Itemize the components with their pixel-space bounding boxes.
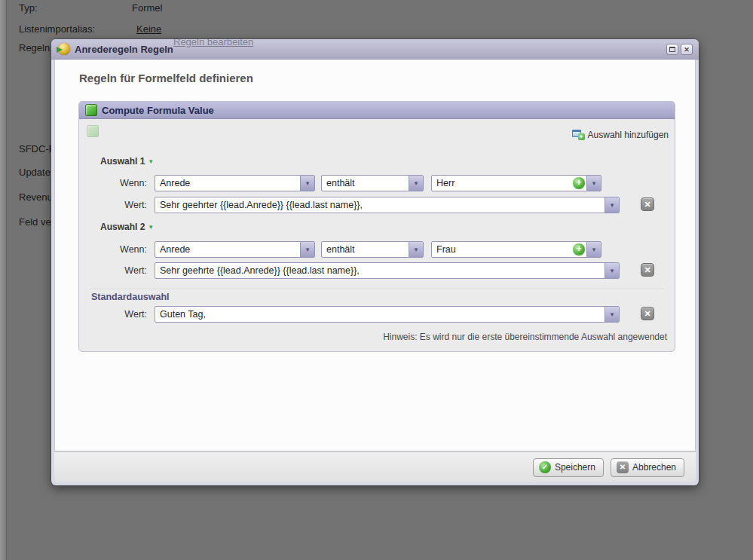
default-value-input[interactable]: Guten Tag, ▾ [155,306,620,323]
default-choice-header: Standardauswahl [91,292,170,302]
bg-link-keine[interactable]: Keine [136,23,161,35]
chevron-down-icon[interactable]: ▾ [409,176,423,191]
bg-field-listimport-label: Listenimportalias: [19,23,95,35]
formula-cube-ghost-icon [87,125,99,137]
plus-icon: + [578,133,585,140]
page-left-edge [0,0,7,560]
choice-2-field-select[interactable]: Anrede ▾ [155,241,315,258]
choice-2-wert-row: Wert: Sehr geehrte {{lead.Anrede}} {{lea… [79,262,675,280]
divider [90,289,664,290]
compute-formula-panel: Compute Formula Value + Auswahl hinzufüg… [78,101,675,352]
anrederegeln-dialog: Anrederegeln Regeln ✕ Regeln für Formelf… [51,39,699,485]
add-choice-link[interactable]: + Auswahl hinzufügen [572,129,669,140]
chevron-down-icon[interactable]: ▾ [586,176,601,191]
add-choice-label: Auswahl hinzufügen [588,130,669,140]
wenn-label: Wenn: [87,240,147,259]
bg-label-sfdc: SFDC-F [19,143,55,155]
cancel-x-icon: ✕ [617,461,629,473]
choice-2-match-select[interactable]: Frau + ▾ [431,241,601,258]
wert-label: Wert: [87,262,147,280]
wert-label: Wert: [87,305,147,323]
delete-choice-1-button[interactable]: ✕ [641,197,654,211]
close-button[interactable]: ✕ [681,44,693,55]
bg-field-typ-value: Formel [132,2,162,14]
rules-orb-icon [58,43,70,55]
save-button[interactable]: ✓ Speichern [533,458,604,477]
bg-label-feld: Feld ver [19,216,54,228]
cancel-button[interactable]: ✕ Abbrechen [611,458,684,477]
choice-2-wenn-row: Wenn: Anrede ▾ enthält ▾ Frau + ▾ [79,240,675,259]
restore-icon [669,47,675,52]
choice-1-wenn-row: Wenn: Anrede ▾ enthält ▾ Herr + ▾ [79,174,675,192]
formula-cube-icon [85,104,97,116]
chevron-down-icon[interactable]: ▾ [300,176,314,191]
choice-2-header[interactable]: Auswahl 2▼ [100,222,154,232]
chevron-down-icon[interactable]: ▾ [605,263,619,278]
dialog-content: Regeln für Formelfeld definieren Compute… [54,60,696,451]
add-value-icon[interactable]: + [573,177,585,189]
bg-field-regeln-label: Regeln: [19,42,53,54]
choice-1-match-select[interactable]: Herr + ▾ [431,175,601,191]
choice-2-value-input[interactable]: Sehr geehrte {{lead.Anrede}} {{lead.last… [155,262,620,279]
add-choice-icon: + [572,129,585,140]
bg-link-regeln-bearbeiten[interactable]: Regeln bearbeiten [173,36,253,47]
check-icon: ✓ [539,461,551,473]
close-icon: ✕ [684,46,690,54]
wenn-label: Wenn: [87,174,147,192]
bg-field-typ-label: Typ: [19,2,38,14]
chevron-down-icon[interactable]: ▾ [605,307,619,322]
dialog-footer: ✓ Speichern ✕ Abbrechen [54,451,696,482]
delete-default-button[interactable]: ✕ [641,307,654,320]
add-value-icon[interactable]: + [573,243,585,256]
choice-1-wert-row: Wert: Sehr geehrter {{lead.Anrede}} {{le… [79,196,675,214]
dialog-title: Anrederegeln Regeln [75,39,173,60]
panel-header: Compute Formula Value [79,102,675,119]
restore-button[interactable] [666,44,678,55]
choice-1-value-input[interactable]: Sehr geehrter {{lead.Anrede}} {{lead.las… [155,197,620,213]
delete-choice-2-button[interactable]: ✕ [641,263,654,277]
wert-label: Wert: [87,196,147,214]
dialog-heading: Regeln für Formelfeld definieren [79,72,253,84]
choice-2-operator-select[interactable]: enthält ▾ [321,241,424,258]
default-wert-row: Wert: Guten Tag, ▾ ✕ [79,305,675,323]
panel-title: Compute Formula Value [102,102,214,119]
chevron-down-icon[interactable]: ▾ [605,197,619,213]
dialog-titlebar[interactable]: Anrederegeln Regeln ✕ [51,39,699,60]
bg-label-updates: Updates [19,167,55,178]
choice-1-field-select[interactable]: Anrede ▾ [155,175,315,191]
chevron-down-icon: ▼ [148,224,154,231]
choice-1-operator-select[interactable]: enthält ▾ [321,175,424,191]
chevron-down-icon[interactable]: ▾ [300,242,314,257]
chevron-down-icon: ▼ [148,158,154,165]
chevron-down-icon[interactable]: ▾ [409,242,423,257]
hint-text: Hinweis: Es wird nur die erste übereinst… [383,332,667,342]
chevron-down-icon[interactable]: ▾ [586,242,601,257]
choice-1-header[interactable]: Auswahl 1▼ [100,156,154,167]
